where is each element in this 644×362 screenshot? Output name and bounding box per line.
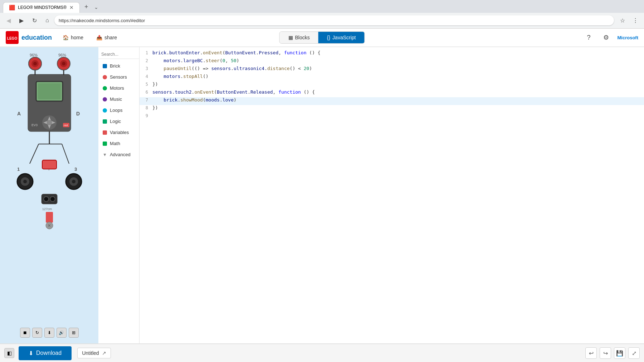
help-button[interactable]: ?	[583, 32, 595, 43]
project-share-icon[interactable]: ↗	[102, 350, 106, 356]
line-content-7: brick.showMood(moods.love)	[152, 97, 644, 103]
code-line-3: 3 pauseUntil(() => sensors.ultrasonic4.d…	[140, 66, 644, 74]
browser-tab[interactable]: 🟥 LEGO® MINDSTORMS® ✕	[3, 2, 80, 13]
svg-point-40	[72, 180, 75, 183]
toolbox-item-logic[interactable]: Logic	[98, 116, 139, 127]
code-line-1: 1 brick.buttonEnter.onEvent(ButtonEvent.…	[140, 50, 644, 58]
svg-line-29	[30, 144, 39, 164]
screenshot-button[interactable]: ⬇	[44, 328, 54, 338]
svg-point-37	[23, 180, 27, 183]
math-label: Math	[110, 141, 120, 146]
toolbox-item-motors[interactable]: Motors	[98, 83, 139, 94]
brick-icon	[103, 64, 107, 68]
motors-label: Motors	[110, 85, 124, 91]
header-right: ? ⚙ Microsoft	[583, 32, 639, 43]
tab-list-button[interactable]: ⌄	[91, 2, 101, 12]
browser-menu-button[interactable]: ⋮	[630, 15, 641, 26]
toolbox-item-sensors[interactable]: Sensors	[98, 71, 139, 83]
tab-favicon: 🟥	[9, 5, 15, 10]
restart-button[interactable]: ↻	[32, 328, 42, 338]
bottom-bar: ◧ ⬇ Download Untitled ↗ ↩ ↪ 💾 ⤢	[0, 343, 644, 362]
sound-button[interactable]: 🔊	[57, 328, 67, 338]
tab-javascript[interactable]: {} JavaScript	[318, 32, 365, 43]
app-brand-label: education	[21, 34, 52, 41]
music-label: Music	[110, 96, 122, 102]
header-nav: 🏠 home 📤 share	[59, 33, 121, 43]
line-content-2: motors.largeBC.steer(0, 50)	[152, 58, 644, 63]
toolbox-panel: 🔍 Brick Sensors Motors Music Loops Logic	[98, 47, 140, 343]
loops-icon	[103, 108, 107, 113]
svg-text:96%: 96%	[58, 53, 66, 57]
advanced-label: Advanced	[110, 152, 131, 157]
app-logo: LEGO education	[6, 31, 52, 44]
undo-button[interactable]: ↩	[585, 347, 597, 359]
tab-title: LEGO® MINDSTORMS®	[18, 5, 67, 10]
math-icon	[103, 142, 107, 146]
line-content-5: })	[152, 81, 644, 87]
toolbox-item-math[interactable]: Math	[98, 138, 139, 149]
toolbox-item-advanced[interactable]: ▼ Advanced	[98, 149, 139, 160]
stop-button[interactable]: ⏹	[20, 328, 30, 338]
toolbox-item-music[interactable]: Music	[98, 94, 139, 105]
code-line-5: 5 })	[140, 81, 644, 89]
download-button[interactable]: ⬇ Download	[19, 346, 72, 360]
app-header: LEGO education 🏠 home 📤 share ▦ Blocks {…	[0, 29, 644, 47]
svg-line-30	[62, 144, 69, 164]
toolbox-item-loops[interactable]: Loops	[98, 105, 139, 116]
tab-blocks[interactable]: ▦ Blocks	[280, 32, 318, 43]
home-button[interactable]: ⌂	[42, 15, 53, 26]
svg-point-43	[50, 197, 55, 202]
svg-point-42	[44, 197, 49, 202]
code-line-4: 4 motors.stopAll()	[140, 74, 644, 81]
project-name[interactable]: Untitled	[82, 350, 99, 356]
share-nav-item[interactable]: 📤 share	[93, 33, 121, 43]
tab-close[interactable]: ✕	[69, 5, 74, 10]
motors-icon	[103, 86, 107, 90]
reload-button[interactable]: ↻	[29, 15, 40, 26]
svg-rect-15	[38, 83, 61, 99]
svg-text:LEGO: LEGO	[7, 36, 18, 40]
expand-button[interactable]: ⤢	[628, 347, 640, 359]
forward-button[interactable]: ▶	[16, 15, 27, 26]
save-button[interactable]: 💾	[614, 347, 625, 359]
svg-text:red: red	[64, 124, 68, 127]
line-content-1: brick.buttonEnter.onEvent(ButtonEvent.Pr…	[152, 50, 644, 55]
microsoft-logo: Microsoft	[618, 35, 639, 40]
address-bar[interactable]	[54, 15, 614, 25]
svg-point-20	[47, 120, 52, 125]
new-tab-button[interactable]: +	[81, 2, 91, 12]
settings-button[interactable]: ⚙	[600, 32, 612, 43]
bookmark-button[interactable]: ☆	[617, 15, 628, 26]
line-number-6: 6	[140, 89, 152, 95]
svg-text:✕: ✕	[48, 223, 51, 228]
fullscreen-button[interactable]: ⊞	[69, 328, 79, 338]
collapse-button[interactable]: ◧	[4, 348, 14, 358]
browser-toolbar: ◀ ▶ ↻ ⌂ ☆ ⋮	[0, 13, 644, 28]
svg-text:127cm: 127cm	[42, 207, 52, 211]
svg-text:3: 3	[74, 167, 77, 172]
share-icon: 📤	[96, 35, 102, 40]
svg-text:EV3: EV3	[31, 123, 38, 127]
music-icon	[103, 97, 107, 101]
line-number-1: 1	[140, 50, 152, 55]
line-number-8: 8	[140, 105, 152, 110]
redo-button[interactable]: ↪	[600, 347, 611, 359]
blocks-label: Blocks	[295, 35, 310, 40]
toolbox-item-brick[interactable]: Brick	[98, 60, 139, 71]
variables-icon	[103, 130, 107, 135]
line-number-7: 7	[140, 97, 152, 103]
code-editor[interactable]: 1 brick.buttonEnter.onEvent(ButtonEvent.…	[140, 47, 644, 343]
main-content: 96% 96% A D EV3 red	[0, 47, 644, 343]
line-number-4: 4	[140, 74, 152, 79]
svg-point-8	[62, 62, 65, 65]
toolbox-item-variables[interactable]: Variables	[98, 127, 139, 138]
svg-text:D: D	[76, 111, 80, 116]
search-input[interactable]	[101, 52, 140, 57]
line-number-5: 5	[140, 81, 152, 87]
home-nav-item[interactable]: 🏠 home	[59, 33, 87, 43]
brick-label: Brick	[110, 63, 120, 69]
back-button[interactable]: ◀	[3, 15, 14, 26]
project-name-area: Untitled ↗	[77, 348, 111, 358]
line-number-2: 2	[140, 58, 152, 63]
svg-rect-45	[46, 212, 53, 223]
